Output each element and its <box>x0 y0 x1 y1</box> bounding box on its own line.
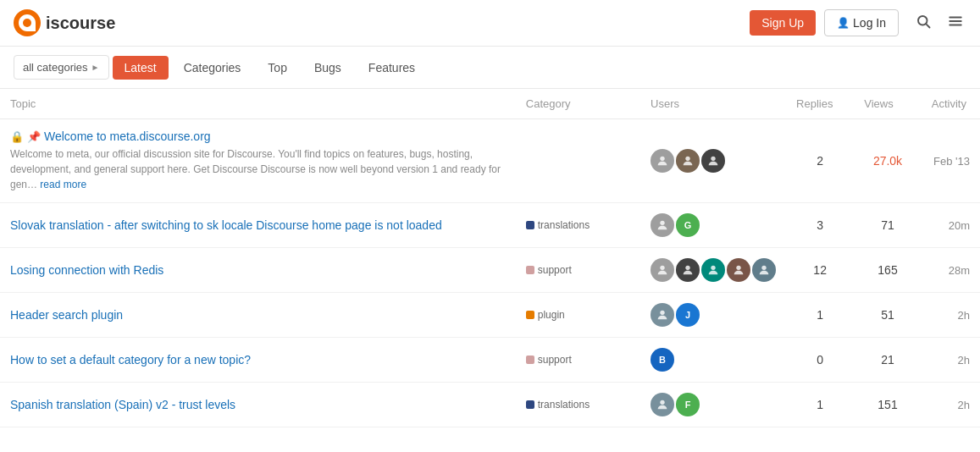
search-icon <box>916 14 931 29</box>
table-row: Header search pluginpluginJ1512h <box>0 293 980 338</box>
topic-cell: Slovak translation - after switching to … <box>0 203 516 248</box>
pin-icon: 📌 <box>27 130 41 143</box>
topic-table: Topic Category Users Replies Views Activ… <box>0 89 980 427</box>
col-header-topic: Topic <box>0 89 516 119</box>
views-count: 151 <box>878 398 897 411</box>
category-label: support <box>538 354 572 366</box>
discourse-logo-icon <box>14 9 41 36</box>
category-badge[interactable]: translations <box>526 219 590 231</box>
activity-cell: 2h <box>922 338 980 383</box>
svg-point-10 <box>660 221 664 225</box>
svg-point-7 <box>660 157 664 161</box>
replies-cell: 0 <box>786 338 854 383</box>
views-count: 71 <box>881 218 894 232</box>
topic-title-link[interactable]: Slovak translation - after switching to … <box>10 218 442 232</box>
user-avatar <box>651 213 674 237</box>
table-row: Losing connection with Redissupport12165… <box>0 248 980 293</box>
views-count: 51 <box>881 308 894 322</box>
table-row: Spanish translation (Spain) v2 - trust l… <box>0 383 980 427</box>
category-badge[interactable]: translations <box>526 399 590 411</box>
tab-bugs[interactable]: Bugs <box>302 56 353 80</box>
topic-title-link[interactable]: Losing connection with Redis <box>10 263 163 277</box>
svg-point-17 <box>660 400 664 405</box>
table-header: Topic Category Users Replies Views Activ… <box>0 89 980 119</box>
category-badge[interactable]: support <box>526 354 572 366</box>
views-cell: 27.0k <box>854 119 922 203</box>
users-cell <box>640 248 786 293</box>
header: iscourse Sign Up 👤 Log In <box>0 0 980 47</box>
topic-title-link[interactable]: How to set a default category for a new … <box>10 353 251 367</box>
topic-title-link[interactable]: Welcome to meta.discourse.org <box>44 130 211 143</box>
activity-time: 2h <box>958 354 970 367</box>
users-avatars: F <box>651 393 776 416</box>
activity-time: 20m <box>949 219 970 232</box>
user-avatar <box>727 258 750 282</box>
users-avatars: B <box>651 348 776 372</box>
user-avatar <box>752 258 776 282</box>
read-more-link[interactable]: read more <box>40 179 86 190</box>
logo[interactable]: iscourse <box>14 9 115 36</box>
activity-cell: 2h <box>922 383 980 427</box>
table-row: Slovak translation - after switching to … <box>0 203 980 248</box>
tab-top[interactable]: Top <box>256 56 299 80</box>
users-avatars <box>651 149 776 173</box>
header-right: Sign Up 👤 Log In <box>750 9 966 36</box>
category-cell: plugin <box>516 293 640 338</box>
replies-cell: 12 <box>786 248 854 293</box>
activity-time: 28m <box>949 264 970 277</box>
user-avatar <box>651 149 674 173</box>
tab-latest[interactable]: Latest <box>113 56 169 80</box>
views-cell: 71 <box>854 203 922 248</box>
users-avatars <box>651 258 776 282</box>
views-count: 27.0k <box>873 154 902 168</box>
category-color-dot <box>526 266 534 274</box>
category-cell: support <box>516 338 640 383</box>
search-button[interactable] <box>912 10 934 36</box>
user-avatar: J <box>676 303 700 327</box>
activity-cell: Feb '13 <box>922 119 980 203</box>
users-cell: B <box>640 338 786 383</box>
user-icon: 👤 <box>837 17 850 29</box>
topic-title-link[interactable]: Header search plugin <box>10 308 123 322</box>
col-header-replies: Replies <box>786 89 854 119</box>
user-avatar <box>651 393 674 416</box>
tab-features[interactable]: Features <box>357 56 427 80</box>
replies-count: 0 <box>817 353 823 367</box>
category-label: plugin <box>538 309 565 321</box>
users-cell <box>640 119 786 203</box>
topic-cell: Losing connection with Redis <box>0 248 516 293</box>
svg-point-9 <box>711 157 715 161</box>
menu-button[interactable] <box>944 10 966 36</box>
user-avatar <box>701 149 725 173</box>
login-button[interactable]: 👤 Log In <box>824 9 899 36</box>
lock-icon: 🔒 <box>10 130 24 143</box>
category-label: translations <box>538 219 590 231</box>
category-cell <box>516 119 640 203</box>
replies-count: 3 <box>817 218 823 232</box>
signup-button[interactable]: Sign Up <box>750 10 816 36</box>
topic-title-link[interactable]: Spanish translation (Spain) v2 - trust l… <box>10 398 235 411</box>
category-cell: support <box>516 248 640 293</box>
category-label: support <box>538 264 572 276</box>
tab-categories[interactable]: Categories <box>172 56 253 80</box>
activity-time: 2h <box>958 399 970 411</box>
users-cell: G <box>640 203 786 248</box>
activity-cell: 2h <box>922 293 980 338</box>
views-cell: 151 <box>854 383 922 427</box>
user-avatar: B <box>651 348 674 372</box>
activity-cell: 28m <box>922 248 980 293</box>
users-avatars: J <box>651 303 776 327</box>
svg-point-16 <box>660 311 664 315</box>
replies-cell: 2 <box>786 119 854 203</box>
category-badge[interactable]: plugin <box>526 309 565 321</box>
replies-cell: 1 <box>786 383 854 427</box>
replies-count: 12 <box>813 263 827 277</box>
users-cell: J <box>640 293 786 338</box>
category-dropdown[interactable]: all categories ► <box>14 55 109 80</box>
replies-count: 2 <box>817 154 823 168</box>
category-badge[interactable]: support <box>526 264 572 276</box>
svg-point-12 <box>685 266 689 270</box>
login-label: Log In <box>853 16 886 30</box>
table-row: 🔒📌Welcome to meta.discourse.orgWelcome t… <box>0 119 980 203</box>
menu-icon <box>948 14 963 29</box>
